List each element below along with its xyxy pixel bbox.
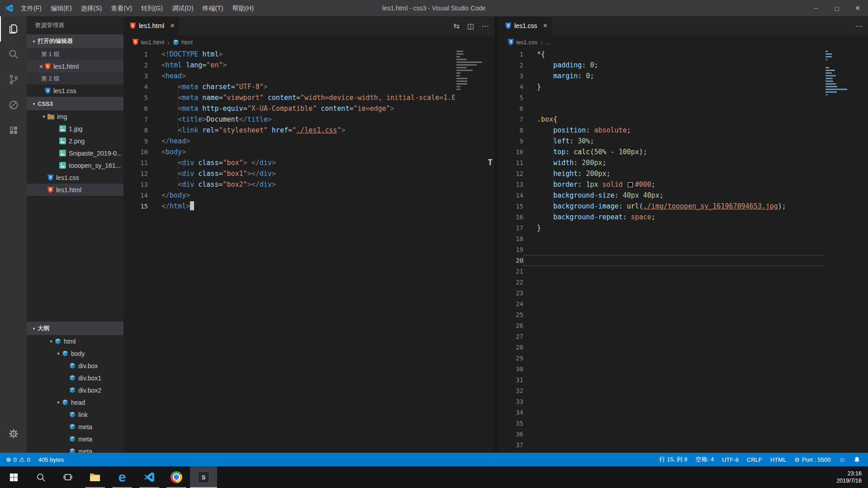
status-problems[interactable]: ⊗0⚠0	[2, 453, 34, 466]
close-tab-icon[interactable]: ×	[543, 21, 548, 30]
code-line[interactable]: 16 background-repeat: space;	[499, 212, 868, 223]
code-line[interactable]: 21	[499, 266, 868, 277]
outline-item[interactable]: ▾head	[27, 396, 123, 408]
code-line[interactable]: 29	[499, 353, 868, 364]
editor-sash[interactable]	[494, 16, 499, 453]
activity-search[interactable]	[0, 42, 27, 67]
code-line[interactable]: 23	[499, 288, 868, 298]
code-line[interactable]: 8 position: absolute;	[499, 125, 868, 136]
tree-item[interactable]: ▾img	[27, 110, 123, 123]
outline-item[interactable]: meta	[27, 421, 123, 433]
code-line[interactable]: 14 background-size: 40px 40px;	[499, 190, 868, 201]
code-line[interactable]: 9</head>	[123, 136, 494, 147]
outline-item[interactable]: div.box	[27, 360, 123, 372]
status-indentation[interactable]: 空格: 4	[692, 453, 718, 466]
tab-les1.html[interactable]: 5les1.html×	[123, 16, 179, 35]
tree-item[interactable]: 1.jpg	[27, 123, 123, 135]
code-line[interactable]: 20	[499, 255, 868, 266]
outline-header[interactable]: ▾大纲	[27, 322, 123, 335]
code-line[interactable]: 6 <meta http-equiv="X-UA-Compatible" con…	[123, 103, 494, 114]
code-line[interactable]: 24	[499, 298, 868, 309]
code-line[interactable]: 2<html lang="en">	[123, 60, 494, 71]
taskbar-file-explorer[interactable]	[81, 466, 109, 488]
taskbar-vscode[interactable]	[136, 466, 163, 488]
code-line[interactable]: 17}	[499, 223, 868, 233]
activity-debug[interactable]	[0, 92, 27, 118]
code-line[interactable]: 22	[499, 277, 868, 288]
code-line[interactable]: 3 margin: 0;	[499, 71, 868, 81]
outline-item[interactable]: meta	[27, 445, 123, 453]
code-line[interactable]: 19	[499, 244, 868, 255]
status-live-server-port[interactable]: ⊘Port : 5500	[790, 453, 835, 466]
tab-les1.css[interactable]: 3les1.css×	[499, 16, 552, 35]
taskbar-search[interactable]	[27, 466, 54, 488]
outline-item[interactable]: div.box2	[27, 384, 123, 396]
status-eol[interactable]: CRLF	[743, 453, 766, 466]
more-actions-icon[interactable]: ⋯	[855, 22, 863, 30]
close-tab-icon[interactable]: ×	[170, 21, 175, 30]
code-line[interactable]: 34	[499, 407, 868, 418]
code-line[interactable]: 33	[499, 396, 868, 407]
code-line[interactable]: 12 height: 200px;	[499, 168, 868, 179]
status-notifications[interactable]	[849, 453, 864, 466]
status-feedback[interactable]: ☺	[835, 453, 849, 466]
activity-explorer[interactable]	[0, 16, 27, 42]
activity-settings[interactable]	[0, 421, 27, 446]
code-line[interactable]: 12 <div class="box1"></div>	[123, 168, 494, 179]
outline-item[interactable]: ▾body	[27, 347, 123, 360]
status-file-size[interactable]: 405 bytes	[34, 453, 68, 466]
code-line[interactable]: 7 <title>Document</title>	[123, 114, 494, 125]
toggle-editor-icon[interactable]: ⇆	[453, 22, 459, 30]
code-line[interactable]: 35	[499, 418, 868, 429]
tree-item[interactable]: Snipaste_2019-0...	[27, 147, 123, 159]
code-line[interactable]: 36	[499, 429, 868, 440]
code-line[interactable]: 9 left: 30%;	[499, 136, 868, 147]
activity-source-control[interactable]	[0, 67, 27, 92]
code-line[interactable]: 25	[499, 309, 868, 320]
code-line[interactable]: 15</html>	[123, 201, 494, 212]
maximize-icon[interactable]	[826, 0, 847, 16]
menu-item-3[interactable]: 查看(V)	[106, 5, 137, 12]
minimap[interactable]	[455, 49, 492, 453]
code-line[interactable]: 3<head>	[123, 71, 494, 81]
code-line[interactable]: 28	[499, 342, 868, 353]
menu-item-0[interactable]: 文件(F)	[16, 5, 46, 12]
taskbar-chrome[interactable]	[163, 466, 190, 488]
close-editor-icon[interactable]: ×	[38, 62, 45, 70]
taskbar-start[interactable]	[0, 466, 27, 488]
code-line[interactable]: 32	[499, 385, 868, 396]
status-cursor-position[interactable]: 行 15, 列 8	[655, 453, 692, 466]
code-line[interactable]: 11 width: 200px;	[499, 157, 868, 168]
tree-item[interactable]: 3les1.css	[27, 171, 123, 184]
minimize-icon[interactable]	[806, 0, 826, 16]
code-line[interactable]: 4}	[499, 81, 868, 92]
code-area[interactable]: 1<!DOCTYPE html>2<html lang="en">3<head>…	[123, 49, 494, 453]
taskbar-snipaste[interactable]: S	[190, 466, 217, 488]
code-line[interactable]: 18	[499, 233, 868, 244]
more-actions-icon[interactable]: ⋯	[482, 22, 489, 30]
taskbar-edge[interactable]: e	[109, 466, 136, 488]
code-line[interactable]: 6	[499, 103, 868, 114]
taskbar-task-view[interactable]	[54, 466, 81, 488]
tree-item[interactable]: tooopen_sy_161...	[27, 159, 123, 171]
close-window-icon[interactable]	[847, 0, 868, 16]
menu-item-1[interactable]: 编辑(E)	[46, 5, 76, 12]
open-editor-item[interactable]: 3les1.css	[27, 85, 123, 97]
code-line[interactable]: 7.box{	[499, 114, 868, 125]
menu-item-2[interactable]: 选择(S)	[76, 5, 107, 12]
code-line[interactable]: 26	[499, 320, 868, 331]
activity-extensions[interactable]	[0, 118, 27, 143]
status-encoding[interactable]: UTF-8	[718, 453, 743, 466]
breadcrumb-item[interactable]: html	[173, 39, 193, 46]
code-line[interactable]: 27	[499, 331, 868, 342]
outline-item[interactable]: ▾html	[27, 335, 123, 347]
open-editor-item[interactable]: ×5les1.html	[27, 60, 123, 72]
code-line[interactable]: 5	[499, 92, 868, 103]
tree-item[interactable]: 5les1.html	[27, 184, 123, 196]
status-language-mode[interactable]: HTML	[766, 453, 790, 466]
outline-item[interactable]: meta	[27, 433, 123, 445]
tree-item[interactable]: 2.png	[27, 135, 123, 147]
code-line[interactable]: 1*{	[499, 49, 868, 60]
breadcrumb-item[interactable]: 3les1.css	[508, 39, 537, 46]
code-line[interactable]: 37	[499, 440, 868, 450]
